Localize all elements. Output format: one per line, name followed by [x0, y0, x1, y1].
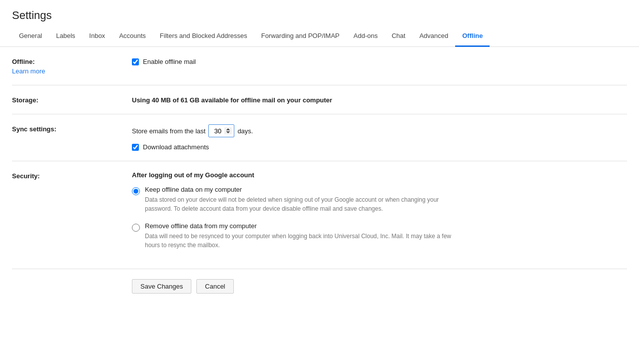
offline-label: Offline: Learn more: [12, 57, 132, 75]
security-content: After logging out of my Google account K…: [132, 171, 627, 259]
tab-chat[interactable]: Chat: [385, 27, 412, 47]
storage-content: Using 40 MB of 61 GB available for offli…: [132, 95, 627, 104]
offline-section: Offline: Learn more Enable offline mail: [12, 47, 627, 85]
enable-offline-row: Enable offline mail: [132, 58, 627, 65]
sync-days-row: Store emails from the last days.: [132, 124, 627, 137]
tab-labels[interactable]: Labels: [49, 27, 82, 47]
remove-data-radio[interactable]: [132, 224, 140, 232]
enable-offline-label[interactable]: Enable offline mail: [143, 58, 196, 65]
sync-days-input[interactable]: [208, 124, 234, 137]
security-label: Security:: [12, 171, 132, 259]
learn-more-link[interactable]: Learn more: [12, 67, 132, 75]
remove-data-option: Remove offline data from my computer Dat…: [132, 222, 627, 250]
tabs-nav: General Labels Inbox Accounts Filters an…: [0, 27, 639, 47]
tab-inbox[interactable]: Inbox: [82, 27, 112, 47]
remove-data-desc: Data will need to be resynced to your co…: [145, 232, 465, 250]
sync-content: Store emails from the last days. Downloa…: [132, 124, 627, 151]
download-attachments-label[interactable]: Download attachments: [143, 143, 209, 151]
tab-forwarding[interactable]: Forwarding and POP/IMAP: [254, 27, 347, 47]
footer-section: Save Changes Cancel: [12, 269, 627, 304]
security-section: Security: After logging out of my Google…: [12, 161, 627, 269]
keep-data-radio[interactable]: [132, 187, 140, 195]
download-attachments-row: Download attachments: [132, 143, 627, 151]
sync-after-label: days.: [237, 127, 253, 135]
keep-data-desc: Data stored on your device will not be d…: [145, 195, 465, 213]
tab-addons[interactable]: Add-ons: [347, 27, 385, 47]
settings-content: Offline: Learn more Enable offline mail …: [0, 47, 639, 304]
storage-section: Storage: Using 40 MB of 61 GB available …: [12, 85, 627, 114]
tab-general[interactable]: General: [12, 27, 49, 47]
cancel-button[interactable]: Cancel: [196, 279, 233, 294]
enable-offline-checkbox[interactable]: [132, 58, 139, 65]
sync-before-label: Store emails from the last: [132, 127, 205, 135]
sync-section: Sync settings: Store emails from the las…: [12, 114, 627, 161]
security-title: After logging out of my Google account: [132, 171, 627, 179]
keep-data-option: Keep offline data on my computer Data st…: [132, 186, 627, 213]
sync-label: Sync settings:: [12, 124, 132, 151]
tab-advanced[interactable]: Advanced: [412, 27, 455, 47]
page-title: Settings: [0, 0, 639, 27]
remove-data-label: Remove offline data from my computer: [145, 222, 465, 230]
storage-label: Storage:: [12, 95, 132, 104]
save-changes-button[interactable]: Save Changes: [132, 279, 191, 294]
tab-offline[interactable]: Offline: [455, 27, 490, 47]
tab-filters[interactable]: Filters and Blocked Addresses: [153, 27, 254, 47]
storage-text: Using 40 MB of 61 GB available for offli…: [132, 95, 627, 104]
keep-data-label: Keep offline data on my computer: [145, 186, 465, 193]
tab-accounts[interactable]: Accounts: [112, 27, 152, 47]
download-attachments-checkbox[interactable]: [132, 144, 139, 151]
offline-content: Enable offline mail: [132, 57, 627, 75]
